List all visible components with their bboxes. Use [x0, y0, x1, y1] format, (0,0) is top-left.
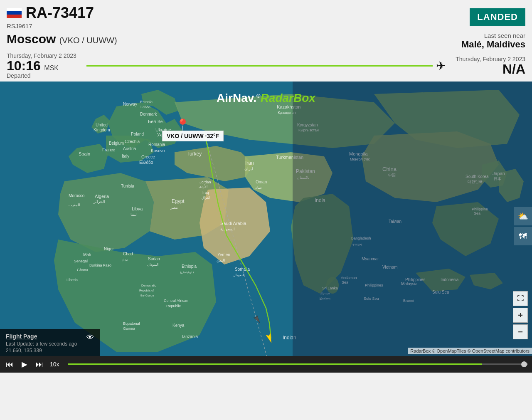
svg-text:Tunisia: Tunisia [121, 184, 134, 188]
svg-text:Kyrgyzstan: Kyrgyzstan [297, 123, 318, 127]
svg-text:Jordan: Jordan [200, 180, 211, 184]
svg-text:Sulu Sea: Sulu Sea [364, 296, 379, 301]
svg-text:ایران: ایران [244, 167, 253, 171]
flight-id-block: RA-73417 RSJ9617 [7, 4, 94, 30]
svg-text:پاکستان: پاکستان [297, 175, 310, 180]
svg-text:Republic of: Republic of [139, 289, 154, 292]
svg-text:Sudan: Sudan [148, 257, 160, 261]
playback-play-button[interactable]: ▶ [20, 360, 29, 369]
svg-rect-2 [7, 15, 22, 18]
origin-code: (VKO / UUWW) [59, 36, 117, 45]
last-seen-label: Last seen near [461, 32, 525, 39]
svg-text:대한민국: 대한민국 [468, 180, 483, 184]
map-layers-button[interactable]: 🗺 [514, 227, 532, 245]
origin-block: Moscow (VKO / UUWW) [7, 32, 117, 46]
last-seen-block: Last seen near Malé, Maldives [461, 32, 525, 50]
callsign-row: RA-73417 [7, 4, 94, 22]
svg-text:ليبيا: ليبيا [131, 212, 137, 217]
svg-text:Yemen: Yemen [217, 252, 230, 257]
svg-text:Libya: Libya [132, 206, 143, 211]
flight-info-panel: 👁 Flight Page Last Update: a few seconds… [0, 329, 100, 358]
playback-slider[interactable] [68, 363, 528, 365]
svg-text:Latvia: Latvia [140, 105, 150, 109]
svg-text:Spain: Spain [79, 151, 90, 156]
svg-text:Sea: Sea [342, 280, 348, 284]
weather-toggle-button[interactable]: ⛅ [514, 207, 532, 225]
last-seen-place: Malé, Maldives [461, 39, 525, 50]
flight-number: RSJ9617 [7, 22, 94, 30]
svg-text:Denmark: Denmark [140, 112, 158, 116]
svg-text:中国: 中国 [388, 173, 396, 177]
svg-text:Vietnam: Vietnam [382, 265, 398, 269]
flight-header: RA-73417 RSJ9617 LANDED Moscow (VKO / UU… [0, 0, 532, 79]
playback-progress-fill [68, 363, 482, 365]
svg-text:Estonia: Estonia [140, 100, 153, 104]
svg-text:Ghana: Ghana [77, 268, 88, 272]
svg-text:Қазақстан: Қазақстан [278, 111, 296, 115]
svg-text:Belgium: Belgium [109, 141, 124, 146]
svg-text:United: United [96, 123, 108, 127]
svg-text:Indonesia: Indonesia [441, 277, 459, 282]
svg-text:Kazakhstan: Kazakhstan [277, 104, 300, 109]
svg-text:Sulu Sea: Sulu Sea [432, 290, 449, 294]
arrival-block: Thursday, February 2 2023 N/A [456, 56, 525, 76]
svg-text:العراق: العراق [202, 196, 210, 200]
svg-text:Sri Lanka: Sri Lanka [322, 286, 338, 290]
eye-icon[interactable]: 👁 [86, 333, 94, 341]
aircraft-registration: RA-73417 [26, 4, 94, 22]
flight-page-link[interactable]: Flight Page [6, 333, 94, 340]
svg-text:Malaysia: Malaysia [401, 282, 418, 286]
svg-text:Algeria: Algeria [95, 194, 109, 199]
svg-text:Guinea: Guinea [123, 326, 135, 331]
svg-text:عمان: عمان [255, 186, 262, 190]
playback-start-button[interactable]: ⏮ [4, 360, 15, 369]
svg-text:Philippine: Philippine [472, 207, 488, 211]
svg-text:Turkmenistan: Turkmenistan [276, 155, 303, 160]
svg-text:Iran: Iran [245, 160, 254, 166]
plane-icon: ✈ [436, 59, 446, 73]
zoom-in-button[interactable]: + [513, 308, 528, 323]
svg-text:Japan: Japan [493, 171, 505, 176]
airport-tooltip: VKO / UUWW ·32°F [162, 131, 224, 141]
svg-text:Myanmar: Myanmar [362, 257, 379, 261]
svg-rect-1 [7, 11, 22, 15]
svg-rect-0 [7, 8, 22, 11]
coordinates-text: 21.660, 135.339 [6, 348, 94, 353]
map-container[interactable]: United Kingdom Belgium France Czechia Au… [0, 82, 532, 373]
svg-text:Oman: Oman [256, 180, 267, 184]
map-controls-panel: ⛅ 🗺 [514, 207, 532, 247]
svg-text:الجزائر: الجزائر [93, 200, 105, 204]
departure-timezone: MSK [44, 64, 59, 72]
svg-text:مصر: مصر [170, 205, 178, 210]
svg-text:South Korea: South Korea [466, 174, 489, 179]
svg-text:المغرب: المغرب [69, 203, 80, 208]
svg-text:تشاد: تشاد [122, 258, 128, 262]
svg-text:Kosovo: Kosovo [151, 148, 165, 153]
svg-text:Poland: Poland [131, 132, 144, 136]
svg-text:Tanzania: Tanzania [181, 334, 198, 339]
playback-slider-thumb[interactable] [521, 361, 527, 367]
svg-text:Кыргызстан: Кыргызстан [298, 128, 319, 132]
svg-text:Kingdom: Kingdom [94, 128, 110, 132]
progress-line [86, 65, 433, 67]
svg-text:Equatorial: Equatorial [123, 321, 140, 326]
svg-text:Niger: Niger [104, 247, 114, 251]
svg-text:日本: 日本 [494, 177, 501, 181]
svg-text:Ethiopia: Ethiopia [182, 264, 197, 269]
svg-text:Taiwan: Taiwan [389, 219, 401, 224]
svg-text:Andaman: Andaman [341, 276, 357, 280]
svg-text:Chad: Chad [123, 252, 133, 256]
svg-text:Bangladesh: Bangladesh [351, 236, 371, 240]
svg-text:Kenya: Kenya [172, 323, 185, 328]
svg-text:India: India [315, 198, 325, 203]
eye-icon-wrap: 👁 [86, 333, 94, 342]
svg-text:الصومال: الصومال [233, 273, 244, 277]
fullscreen-button[interactable]: ⛶ [513, 291, 528, 306]
svg-text:ኢትዮጵያ /: ኢትዮጵያ / [180, 271, 194, 274]
zoom-out-button[interactable]: − [513, 324, 528, 339]
svg-text:Brunei: Brunei [403, 299, 414, 303]
airport-map-pin: 📍 [175, 118, 190, 132]
playback-fastforward-button[interactable]: ⏭ [34, 360, 45, 369]
svg-text:Pakistan: Pakistan [296, 168, 315, 174]
svg-text:اليمن: اليمن [217, 258, 225, 263]
